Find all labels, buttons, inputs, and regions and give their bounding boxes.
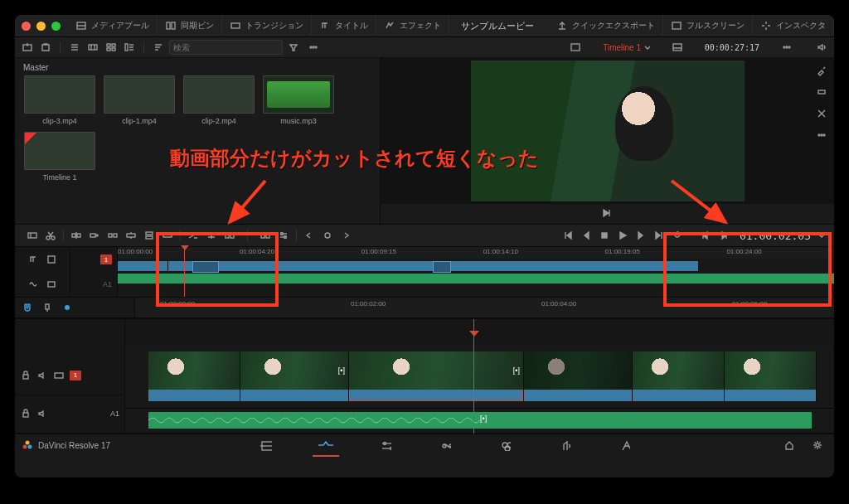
append-button[interactable] — [87, 228, 102, 243]
inspector-toggle[interactable]: インスペクタ — [753, 15, 834, 36]
media-timeline[interactable]: Timeline 1 — [23, 132, 96, 182]
fairlight-page-tab[interactable] — [555, 437, 575, 453]
media-clip[interactable]: clip-1.mp4 — [103, 75, 176, 125]
next-edit-button[interactable] — [633, 228, 648, 243]
ripple-overwrite-button[interactable] — [105, 228, 120, 243]
split-clip-button[interactable] — [222, 228, 237, 243]
go-start-button[interactable] — [560, 228, 575, 243]
mute-icon[interactable] — [36, 408, 48, 419]
quick-export-button[interactable]: クイックエクスポート — [549, 15, 663, 36]
upper-playhead[interactable] — [184, 247, 185, 297]
snap-button[interactable] — [20, 300, 35, 315]
cut-page-tab[interactable] — [316, 437, 336, 453]
timeline-clip[interactable]: [•] — [349, 351, 524, 401]
edit-page-tab[interactable] — [376, 437, 395, 453]
timeline-name[interactable]: Timeline 1 — [603, 43, 650, 52]
cut-edit-button[interactable] — [204, 228, 219, 243]
list-view-button[interactable] — [67, 40, 82, 55]
bin-button[interactable] — [38, 40, 53, 55]
lock-icon[interactable] — [20, 408, 32, 419]
media-clip[interactable]: clip-3.mp4 — [23, 75, 96, 125]
video-track-header[interactable]: 1 — [15, 356, 124, 395]
deliver-page-tab[interactable] — [614, 437, 634, 453]
source-viewer-button[interactable] — [568, 40, 583, 55]
timeline-clip[interactable] — [148, 351, 240, 401]
boring-button[interactable] — [814, 85, 829, 99]
mute-icon[interactable] — [36, 370, 48, 381]
display-icon[interactable] — [53, 370, 65, 381]
search-input[interactable] — [169, 40, 283, 55]
jog-prev-button[interactable] — [698, 228, 713, 243]
titles-toggle[interactable]: タイトル — [312, 15, 376, 36]
smart-insert-button[interactable] — [69, 228, 84, 243]
go-end-button[interactable] — [652, 228, 667, 243]
video-track[interactable]: [•] [•] — [125, 346, 834, 410]
upper-ruler[interactable]: 01:00:00:00 01:00:04:20 01:00:09:15 01:0… — [118, 247, 834, 259]
metadata-view-button[interactable] — [122, 40, 137, 55]
timecode-menu-button[interactable] — [814, 228, 829, 243]
zoom-menu-button[interactable] — [320, 228, 335, 243]
tools-button[interactable] — [814, 63, 829, 78]
source-overwrite-button[interactable] — [160, 228, 175, 243]
fullscreen-button[interactable]: フルスクリーン — [663, 15, 753, 36]
track-index[interactable]: 1 — [70, 371, 81, 380]
sort-menu-button[interactable] — [151, 40, 166, 55]
timeline-tool-a[interactable] — [26, 252, 41, 267]
close-window-button[interactable] — [22, 22, 31, 31]
effects-toggle[interactable]: エフェクト — [376, 15, 449, 36]
zoom-next-button[interactable] — [338, 228, 353, 243]
viewer-canvas[interactable] — [381, 58, 834, 204]
media-clip[interactable]: clip-2.mp4 — [182, 75, 255, 125]
audio-track-label[interactable]: A1 — [103, 280, 112, 288]
timeline-clip[interactable] — [524, 351, 633, 401]
marker-tool[interactable] — [40, 300, 55, 315]
viewer-more-button[interactable] — [814, 128, 829, 143]
loop-button[interactable] — [670, 228, 685, 243]
transition-tool[interactable] — [276, 228, 291, 243]
fasttrack-button[interactable] — [814, 106, 829, 121]
timecode-entry-button[interactable] — [25, 228, 40, 243]
viewer-timecode[interactable]: 00:00:27:17 — [705, 43, 759, 52]
lower-ruler[interactable]: 01:00:00:00 01:00:02:00 01:00:04:00 01:0… — [135, 298, 834, 318]
fast-review-button[interactable] — [601, 207, 614, 220]
audio-sync-button[interactable] — [26, 277, 41, 292]
sync-bin-tool[interactable] — [258, 228, 273, 243]
mini-audio-track[interactable] — [118, 274, 834, 284]
media-page-tab[interactable] — [256, 437, 276, 453]
viewer-options-button[interactable] — [779, 40, 794, 55]
audio-mute-button[interactable] — [814, 40, 829, 55]
zoom-window-button[interactable] — [51, 22, 61, 31]
play-button[interactable] — [615, 228, 630, 243]
track-number[interactable]: 1 — [100, 254, 112, 264]
prev-edit-button[interactable] — [579, 228, 594, 243]
timeline-body[interactable]: [•] [•] [•] — [125, 319, 834, 434]
master-bin-label[interactable]: Master — [23, 63, 371, 72]
lock-icon[interactable] — [20, 370, 32, 381]
thumbnail-view-button[interactable] — [104, 40, 119, 55]
minimize-window-button[interactable] — [36, 22, 46, 31]
audio-track-header[interactable]: A1 — [15, 395, 124, 434]
timeline-tool-b[interactable] — [44, 252, 59, 267]
zoom-prev-button[interactable] — [302, 228, 317, 243]
timeline-clip[interactable] — [633, 351, 725, 401]
video-only-button[interactable] — [44, 277, 59, 292]
toolbar-timecode[interactable]: 01:00:02:05 — [740, 230, 811, 242]
timeline-clip[interactable] — [725, 351, 817, 401]
jog-next-button[interactable] — [716, 228, 731, 243]
place-on-top-button[interactable] — [142, 228, 157, 243]
media-pool-body[interactable]: Master clip-3.mp4 clip-1.mp4 clip-2.mp4 … — [15, 58, 380, 224]
flag-tool[interactable] — [60, 300, 75, 315]
main-playhead[interactable] — [473, 319, 474, 434]
pool-options-button[interactable] — [306, 40, 321, 55]
timeline-viewer-button[interactable] — [670, 40, 685, 55]
pool-filter-button[interactable] — [286, 40, 301, 55]
timeline-audio-clip[interactable]: [•] — [148, 412, 812, 429]
filmstrip-view-button[interactable] — [85, 40, 100, 55]
mini-video-track[interactable] — [118, 261, 698, 271]
upper-timeline-body[interactable]: 01:00:00:00 01:00:04:20 01:00:09:15 01:0… — [118, 247, 834, 297]
audio-track[interactable]: [•] — [125, 409, 834, 434]
timeline-clip[interactable]: [•] — [240, 351, 349, 401]
fusion-page-tab[interactable] — [435, 437, 455, 453]
media-pool-toggle[interactable]: メディアプール — [68, 15, 158, 36]
settings-button[interactable] — [808, 437, 827, 453]
